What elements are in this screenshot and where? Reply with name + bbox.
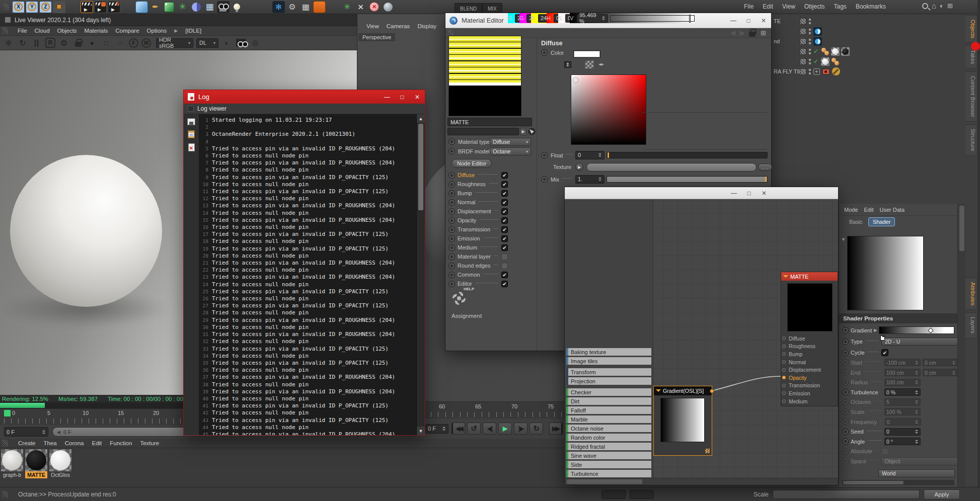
- lock-resolution-icon[interactable]: [72, 37, 84, 48]
- octane-viewport-icon[interactable]: ▦: [299, 1, 312, 13]
- z-axis-toggle[interactable]: Z: [39, 1, 52, 13]
- tab-mix[interactable]: MIX: [482, 3, 502, 14]
- dots-tag-icon[interactable]: [808, 58, 812, 65]
- spline-tool-icon[interactable]: [190, 1, 202, 13]
- channel-checkbox[interactable]: [501, 217, 508, 224]
- tex-blue-tag-icon[interactable]: [813, 37, 822, 46]
- pin-circle-icon[interactable]: [782, 345, 786, 348]
- material-channel[interactable]: Emission: [448, 234, 508, 243]
- menu-item[interactable]: Options: [147, 28, 167, 34]
- texture-expand-icon[interactable]: ▶: [575, 163, 583, 171]
- channel-checkbox[interactable]: [501, 254, 508, 260]
- channel-checkbox[interactable]: [501, 226, 508, 233]
- node-input-pin[interactable]: Displacement: [781, 366, 838, 374]
- node-input-pin[interactable]: Roughness: [781, 343, 838, 351]
- gradient-shader-preview[interactable]: [847, 236, 924, 310]
- node-list-item[interactable]: Random color: [566, 434, 651, 441]
- space-radio[interactable]: [842, 458, 849, 464]
- restart-render-icon[interactable]: ✕: [354, 1, 367, 13]
- matte-material-node[interactable]: MATTE Diffuse Roughness Bump Normal Disp…: [781, 272, 838, 406]
- component-slider[interactable]: [610, 15, 695, 22]
- brdf-dropdown[interactable]: Octane▾: [490, 147, 531, 155]
- refresh-materials-icon[interactable]: ✳: [341, 1, 353, 13]
- menu-item[interactable]: Texture: [140, 440, 159, 446]
- float-radio[interactable]: [541, 152, 548, 158]
- material-preview[interactable]: [448, 36, 521, 116]
- float-field[interactable]: 0: [575, 151, 605, 159]
- scale-slider[interactable]: [773, 490, 920, 499]
- gradient-knot-handle-icon[interactable]: [880, 336, 885, 341]
- render-view-icon[interactable]: [81, 1, 93, 13]
- octaves-field[interactable]: 5: [884, 398, 921, 406]
- node-input-pin[interactable]: Transmission: [781, 382, 838, 390]
- nav-forward-icon[interactable]: ▷: [740, 30, 744, 36]
- goto-start-button[interactable]: ◀◀: [451, 423, 465, 435]
- start-x-field[interactable]: -100 cm: [884, 359, 921, 366]
- aperture-icon[interactable]: ◎: [250, 37, 261, 48]
- pin-circle-icon[interactable]: [782, 399, 786, 403]
- node-list-item[interactable]: Checker: [566, 388, 651, 396]
- gradient-mode-icon[interactable]: ⇕: [563, 60, 572, 69]
- floor-grid-icon[interactable]: ▦: [203, 1, 216, 13]
- tex-black-tag-icon[interactable]: [841, 47, 850, 56]
- channel-radio[interactable]: [448, 172, 455, 179]
- menu-item[interactable]: Compare: [115, 28, 139, 34]
- home-icon[interactable]: ⌂: [932, 2, 936, 10]
- status-field-1[interactable]: [601, 490, 626, 499]
- node-editor-button[interactable]: Node Editor: [451, 159, 492, 168]
- menu-item[interactable]: Cloud: [35, 28, 50, 34]
- node-list-item[interactable]: Ridged fractal: [566, 443, 651, 450]
- scroll-up-icon[interactable]: ▲: [417, 114, 425, 123]
- scroll-down-icon[interactable]: ▼: [417, 427, 425, 435]
- material-channel[interactable]: Displacement: [448, 207, 508, 216]
- compare-icon[interactable]: ◐: [221, 37, 233, 48]
- node-editor-titlebar[interactable]: — □ ✕: [565, 187, 838, 199]
- channel-radio[interactable]: [448, 190, 455, 197]
- material-thumbnail[interactable]: OctGlos: [49, 449, 71, 478]
- float-slider[interactable]: [607, 152, 768, 158]
- menu-item[interactable]: Function: [110, 440, 132, 446]
- channel-radio[interactable]: [448, 263, 455, 269]
- material-channel[interactable]: Roughness: [448, 180, 508, 189]
- lock-icon[interactable]: [749, 32, 756, 37]
- octane-swirl-icon[interactable]: ✻: [3, 37, 14, 48]
- world-dropdown[interactable]: World: [878, 469, 955, 477]
- channel-radio[interactable]: [448, 235, 455, 242]
- node-graph-canvas[interactable]: Baking textureImage tilesTransformProjec…: [565, 199, 838, 485]
- channel-checkbox[interactable]: [501, 208, 508, 215]
- material-preview-image[interactable]: [25, 449, 47, 471]
- object-row[interactable]: [772, 56, 959, 66]
- x-axis-toggle[interactable]: X: [12, 1, 25, 13]
- close-button[interactable]: ✕: [757, 189, 772, 198]
- frequency-field[interactable]: 0: [885, 418, 921, 426]
- channel-checkbox[interactable]: [501, 272, 508, 278]
- layer-field[interactable]: [447, 128, 519, 135]
- material-picker-button[interactable]: M: [141, 38, 151, 48]
- seed-field[interactable]: 0: [884, 428, 921, 436]
- dots-tag-icon[interactable]: [808, 28, 812, 35]
- material-channel[interactable]: Bump: [448, 189, 508, 198]
- material-channel[interactable]: Diffuse: [448, 171, 508, 180]
- channel-radio[interactable]: [448, 281, 455, 287]
- tex-orange-tag-icon[interactable]: [821, 47, 830, 56]
- menu-item[interactable]: Display: [417, 23, 436, 29]
- live-viewer-titlebar[interactable]: Live Viewer 2020.2.1 (304 days left): [0, 14, 357, 26]
- node-list-item[interactable]: Marble: [566, 415, 651, 423]
- minimize-button[interactable]: —: [726, 189, 741, 198]
- main-frame-field[interactable]: 0 F: [425, 424, 448, 434]
- material-channel[interactable]: Transmission: [448, 225, 508, 234]
- make-editable-icon[interactable]: [164, 2, 174, 12]
- octane-settings-icon[interactable]: ⚙: [286, 1, 298, 13]
- material-type-radio[interactable]: [448, 138, 455, 145]
- mix-slider[interactable]: [607, 176, 768, 183]
- loop-button[interactable]: ↻: [530, 423, 543, 435]
- close-button[interactable]: ✕: [410, 93, 425, 102]
- scale-field[interactable]: 100 %: [884, 408, 921, 415]
- node-list-item[interactable]: Octane noise: [566, 425, 651, 432]
- material-preview-image[interactable]: [49, 449, 71, 471]
- tex-blue-tag-icon[interactable]: [813, 27, 822, 36]
- settings-gear-icon[interactable]: ⚙: [58, 37, 69, 48]
- menu-item[interactable]: Create: [18, 440, 36, 446]
- maximize-button[interactable]: □: [741, 189, 757, 198]
- space-dropdown[interactable]: Object: [881, 457, 958, 465]
